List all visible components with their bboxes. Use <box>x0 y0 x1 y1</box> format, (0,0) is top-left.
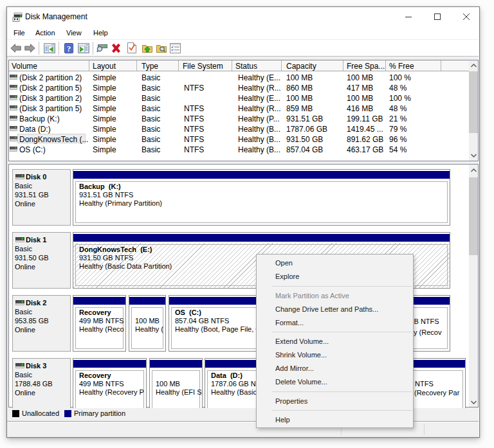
svg-text:?: ? <box>67 44 71 53</box>
